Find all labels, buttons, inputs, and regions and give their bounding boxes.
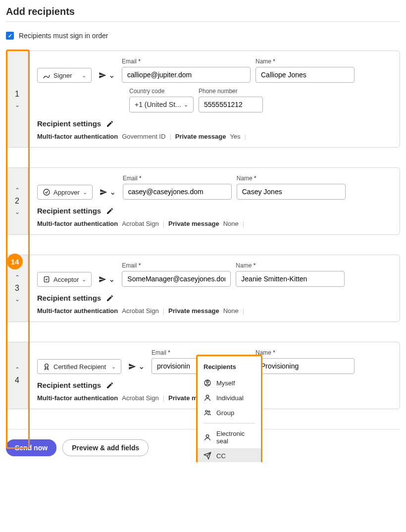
order-number: 3 xyxy=(15,284,19,293)
recipients-popup: Recipients Myself Individual Group Elect… xyxy=(196,355,262,462)
settings-title: Recipient settings xyxy=(37,119,101,128)
move-down-icon[interactable]: ⌄ xyxy=(15,296,20,303)
phone-label: Phone number xyxy=(199,88,263,95)
recipient-card-1: 1 ⌄ Signer ⌄ ⌄ Email * Name * xyxy=(6,51,400,148)
edit-icon[interactable] xyxy=(106,294,114,302)
order-number: 2 xyxy=(15,197,19,206)
role-select[interactable]: Signer ⌄ xyxy=(37,68,92,83)
move-up-icon[interactable]: ⌃ xyxy=(15,187,20,194)
delivery-method[interactable]: ⌄ xyxy=(97,271,117,287)
name-label: Name * xyxy=(236,262,345,269)
sign-order-checkbox[interactable]: ✓ xyxy=(6,32,14,40)
role-select[interactable]: Approver ⌄ xyxy=(37,185,93,200)
email-input[interactable] xyxy=(123,184,232,200)
send-icon xyxy=(99,71,106,79)
approver-icon xyxy=(43,188,51,196)
svg-point-4 xyxy=(206,381,208,383)
sign-order-row: ✓ Recipients must sign in order xyxy=(6,32,400,40)
individual-icon xyxy=(203,394,211,402)
email-label: Email * xyxy=(122,262,231,269)
mfa-value: Acrobat Sign xyxy=(122,307,158,315)
name-label: Name * xyxy=(255,58,355,65)
email-label: Email * xyxy=(122,58,251,65)
settings-title: Recipient settings xyxy=(37,294,101,302)
signer-icon xyxy=(43,71,51,79)
pm-value: Yes xyxy=(230,133,240,140)
name-input[interactable] xyxy=(237,184,346,200)
phone-input[interactable] xyxy=(199,97,263,112)
name-input[interactable] xyxy=(255,67,355,83)
order-column: ⌃ 2 ⌄ xyxy=(6,168,28,234)
mfa-label: Multi-factor authentication xyxy=(37,220,118,227)
recipient-card-2: ⌃ 2 ⌄ Approver ⌄ ⌄ Email * Name * xyxy=(6,167,400,235)
order-column: ⌃ 4 xyxy=(6,342,28,409)
role-select[interactable]: Acceptor ⌄ xyxy=(37,272,92,287)
email-label: Email * xyxy=(123,175,232,182)
order-number: 1 xyxy=(15,90,19,99)
pm-value: None xyxy=(223,220,239,227)
send-icon xyxy=(100,188,107,196)
eseal-icon xyxy=(203,433,211,441)
svg-point-7 xyxy=(208,411,210,412)
order-column: 1 ⌄ xyxy=(6,51,28,147)
email-input[interactable] xyxy=(122,67,251,83)
annotation-badge-14: 14 xyxy=(7,254,23,269)
svg-point-2 xyxy=(45,364,49,368)
cc-icon xyxy=(203,452,211,460)
order-number: 4 xyxy=(15,376,19,385)
pm-value: None xyxy=(223,307,239,315)
edit-icon[interactable] xyxy=(106,120,114,128)
mfa-label: Multi-factor authentication xyxy=(37,307,118,315)
popup-individual[interactable]: Individual xyxy=(198,390,261,405)
send-icon xyxy=(99,275,106,283)
popup-separator xyxy=(203,423,255,424)
move-down-icon[interactable]: ⌄ xyxy=(15,209,20,215)
popup-eseal[interactable]: Electronic seal xyxy=(198,426,261,448)
acceptor-icon xyxy=(43,275,51,283)
move-up-icon[interactable]: ⌃ xyxy=(15,274,20,281)
settings-title: Recipient settings xyxy=(37,207,101,215)
move-down-icon[interactable]: ⌄ xyxy=(15,102,20,108)
recipient-card-3: ⌃ 3 ⌄ Acceptor ⌄ ⌄ Email * Name * xyxy=(6,255,400,322)
delivery-method[interactable]: ⌄ xyxy=(97,67,117,83)
popup-group[interactable]: Group xyxy=(198,405,261,420)
name-label: Name * xyxy=(237,175,346,182)
mfa-value: Government ID xyxy=(122,133,165,140)
send-now-button[interactable]: Send now xyxy=(6,439,56,456)
name-input[interactable] xyxy=(236,271,345,287)
pm-label: Private message xyxy=(168,307,219,315)
popup-cc[interactable]: CC xyxy=(198,448,261,462)
delivery-method[interactable]: ⌄ xyxy=(126,359,147,374)
mfa-label: Multi-factor authentication xyxy=(37,394,118,402)
edit-icon[interactable] xyxy=(106,207,114,215)
svg-point-8 xyxy=(206,435,208,437)
popup-title: Recipients xyxy=(198,360,261,375)
send-icon xyxy=(128,363,136,371)
myself-icon xyxy=(203,379,211,387)
name-input[interactable] xyxy=(255,358,355,374)
preview-button[interactable]: Preview & add fields xyxy=(62,439,149,456)
popup-myself[interactable]: Myself xyxy=(198,375,261,390)
move-up-icon[interactable]: ⌃ xyxy=(15,366,20,373)
mfa-label: Multi-factor authentication xyxy=(37,133,118,140)
pm-label: Private message xyxy=(175,133,226,140)
country-label: Country code xyxy=(129,88,194,95)
name-label: Name * xyxy=(255,349,355,356)
mfa-value: Acrobat Sign xyxy=(122,220,158,227)
svg-point-6 xyxy=(205,410,207,412)
delivery-method[interactable]: ⌄ xyxy=(98,184,118,200)
page-title: Add recipients xyxy=(6,6,400,17)
mfa-value: Acrobat Sign xyxy=(122,394,158,402)
email-input[interactable] xyxy=(122,271,231,287)
certified-icon xyxy=(43,363,51,371)
svg-point-0 xyxy=(44,189,50,195)
settings-title: Recipient settings xyxy=(37,381,101,389)
country-select[interactable]: +1 (United St...⌄ xyxy=(129,97,194,112)
divider xyxy=(6,21,400,22)
svg-point-5 xyxy=(206,395,208,398)
group-icon xyxy=(203,409,211,417)
sign-order-label: Recipients must sign in order xyxy=(19,32,108,40)
pm-label: Private message xyxy=(168,220,219,227)
edit-icon[interactable] xyxy=(106,381,114,389)
role-select[interactable]: Certified Recipient ⌄ xyxy=(37,359,121,374)
